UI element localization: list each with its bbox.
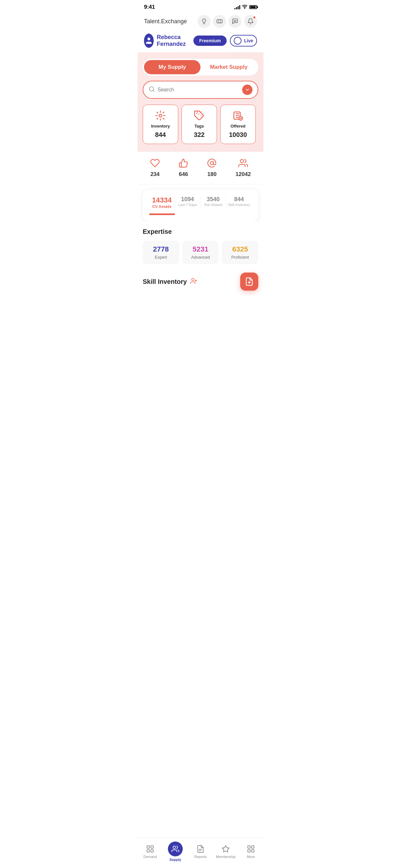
live-label: Live [244,38,253,43]
live-toggle[interactable]: Live [230,35,257,46]
advanced-card[interactable]: 5231 Advanced [182,241,219,264]
cv-stat-skillinv: 844 Skill Inventory [226,196,252,209]
advanced-label: Advanced [191,255,210,259]
avatar [144,34,154,48]
svg-point-13 [210,161,213,165]
toggle-dot [234,37,242,44]
cv-stat-last7: 1094 Last 7 Days [175,196,201,209]
skill-title-row: Skill Inventory [143,277,197,286]
cv-stats-grid: 14334 CV Assets 1094 Last 7 Days 3540 No… [149,196,252,209]
user-info: Rebecca Fernandez [144,34,193,48]
stat-mentions: 180 [207,158,217,178]
idea-icon-button[interactable] [197,15,211,28]
svg-point-4 [236,21,236,21]
heart-icon [150,158,160,169]
supply-tabs: My Supply Market Supply [143,59,258,75]
svg-point-15 [191,278,194,281]
cv-notviewed-value: 3540 [207,196,220,203]
inventory-card[interactable]: Inventory 844 [143,104,178,144]
app-logo: Talent.Exchange [144,18,187,25]
my-supply-tab[interactable]: My Supply [144,60,201,74]
status-time: 9:41 [144,4,155,10]
cv-assets-card: 14334 CV Assets 1094 Last 7 Days 3540 No… [143,190,258,221]
proficient-card[interactable]: 6325 Proficient [222,241,258,264]
search-input[interactable] [158,87,242,93]
stats-row: 234 646 180 12042 [137,152,264,184]
expertise-title: Expertise [143,228,258,236]
user-name: Rebecca Fernandez [157,34,194,48]
stat-likes-value: 234 [150,171,159,178]
tags-value: 322 [194,131,204,138]
offered-card[interactable]: Offered 10030 [220,104,256,144]
cv-main-label: CV Assets [152,205,172,209]
expertise-cards: 2778 Expert 5231 Advanced 6325 Proficien… [143,241,258,264]
market-supply-tab[interactable]: Market Supply [201,60,257,74]
svg-point-14 [240,159,243,163]
tags-label: Tags [194,124,204,128]
freemium-badge[interactable]: Freemium [193,35,227,46]
svg-point-0 [244,8,245,9]
proficient-label: Proficient [232,255,249,259]
search-dropdown-button[interactable] [242,85,252,95]
expertise-section: Expertise 2778 Expert 5231 Advanced 6325… [137,221,264,268]
proficient-value: 6325 [232,245,248,253]
expert-label: Expert [155,255,167,259]
skill-inventory-title: Skill Inventory [143,278,187,285]
svg-point-7 [159,114,162,117]
cv-last7-label: Last 7 Days [178,203,197,207]
stat-likes: 234 [150,158,160,178]
wifi-icon [242,4,247,10]
svg-rect-1 [217,20,222,23]
tags-card[interactable]: Tags 322 [181,104,217,144]
status-icons [235,4,257,10]
cv-main-value: 14334 [152,196,172,205]
thumbs-up-icon [179,158,188,169]
cv-notviewed-label: Not Viewed [204,203,222,207]
notification-dot [253,16,256,19]
ticket-icon-button[interactable] [213,15,226,28]
advanced-value: 5231 [193,245,209,253]
offered-value: 10030 [229,131,247,138]
app-header: Talent.Exchange [137,12,264,30]
header-icons [197,15,257,28]
search-icon [149,86,155,94]
offered-label: Offered [230,124,245,128]
stat-mentions-value: 180 [207,171,216,178]
cv-main-stat: 14334 CV Assets [149,196,175,209]
stat-users-value: 12042 [236,171,251,178]
user-actions: Freemium Live [193,35,257,46]
skill-person-icon [190,277,197,286]
stat-users: 12042 [236,158,251,178]
cv-progress-bar [149,213,175,215]
at-icon [207,158,217,169]
stat-thumbs: 646 [179,158,188,178]
search-container [143,81,258,99]
cv-stat-notviewed: 3540 Not Viewed [201,196,226,209]
svg-point-2 [234,21,235,21]
svg-point-5 [147,37,150,40]
cv-skillinv-value: 844 [234,196,244,203]
notification-icon-button[interactable] [244,15,257,28]
category-cards: Inventory 844 Tags 322 Offered 10030 [143,104,258,145]
skill-inventory-header: Skill Inventory [137,268,264,290]
inventory-label: Inventory [151,124,170,128]
chat-icon-button[interactable] [228,15,242,28]
cv-skillinv-label: Skill Inventory [228,203,250,207]
cv-last7-value: 1094 [181,196,194,203]
battery-icon [249,5,257,9]
expert-card[interactable]: 2778 Expert [143,241,179,264]
users-icon [238,158,248,169]
stat-thumbs-value: 646 [179,171,188,178]
supply-section: My Supply Market Supply Inventory 844 [137,52,264,152]
add-skill-fab[interactable] [240,273,258,290]
inventory-value: 844 [155,131,166,138]
signal-icon [235,5,240,9]
svg-point-3 [235,21,235,21]
user-row: Rebecca Fernandez Freemium Live [137,30,264,52]
status-bar: 9:41 [137,0,264,12]
expert-value: 2778 [153,245,169,253]
